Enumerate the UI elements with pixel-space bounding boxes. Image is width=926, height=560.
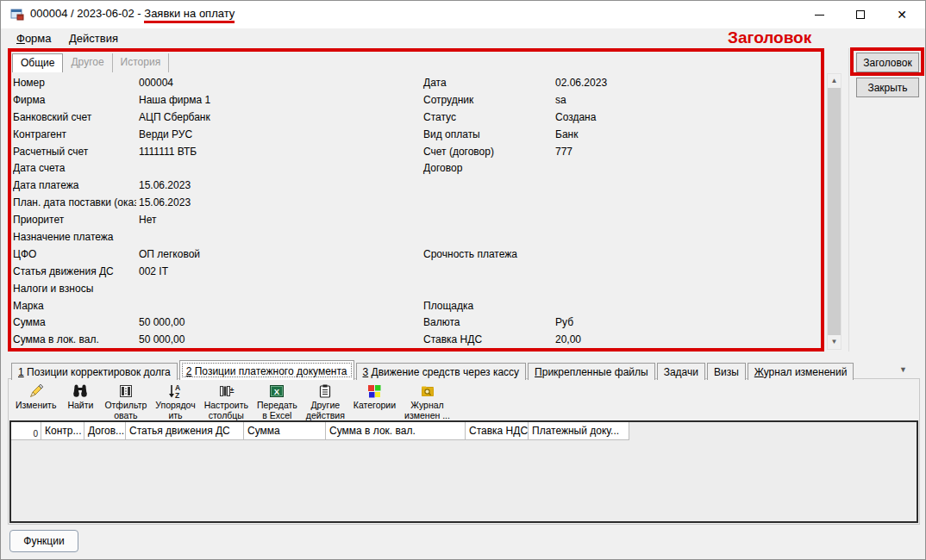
field-label: Статья движения ДС — [13, 265, 136, 277]
tab-history[interactable]: История — [113, 53, 170, 72]
field-label: Приоритет — [13, 214, 136, 226]
field-value[interactable]: Нет — [139, 214, 156, 226]
tab-change-log[interactable]: Журнал изменений — [748, 363, 854, 380]
app-window: 000004 / 2023-06-02 - Заявки на оплату ✕… — [0, 0, 926, 560]
minimize-button[interactable] — [799, 2, 839, 28]
toolbar-label: Упорядоч — [155, 401, 195, 411]
form-row: ПриоритетНет — [1, 212, 824, 229]
categories-button[interactable]: Категории — [349, 380, 400, 411]
field-label: Банковский счет — [13, 111, 136, 123]
field-label: Фирма — [13, 94, 136, 106]
scrollbar-thumb[interactable] — [828, 88, 841, 335]
tab-visas[interactable]: Визы — [707, 363, 746, 380]
field-label: Дата — [423, 77, 447, 89]
field-label: Налоги и взносы — [13, 283, 136, 295]
toolbar-label: ить — [155, 411, 195, 421]
tab-payment-positions[interactable]: 2 Позиции платежного документа — [179, 360, 354, 380]
field-value[interactable]: 20,00 — [555, 333, 581, 345]
grid-column-header[interactable]: Сумма — [244, 422, 326, 440]
field-value[interactable]: 777 — [555, 146, 572, 158]
toolbar-label: столбцы — [204, 411, 248, 421]
export-excel-button[interactable]: X Передать в Excel — [253, 380, 302, 420]
field-value[interactable]: 50 000,00 — [139, 316, 185, 328]
field-value[interactable]: Руб — [555, 316, 573, 328]
menu-actions[interactable]: Действия — [62, 28, 125, 48]
header-tabstrip: Общие Другое История — [12, 53, 169, 72]
form-row: Дата счетаДоговор — [1, 160, 824, 177]
field-value[interactable]: 50 000,00 — [139, 333, 185, 345]
grid-column-header[interactable]: Платежный доку... — [529, 422, 629, 440]
field-value[interactable]: 15.06.2023 — [139, 179, 191, 191]
edit-button[interactable]: Изменить — [11, 380, 60, 411]
field-label: Валюта — [423, 316, 460, 328]
field-value[interactable]: 15.06.2023 — [139, 196, 191, 208]
pencil-icon — [28, 383, 45, 400]
header-button[interactable]: Заголовок — [856, 53, 919, 72]
form-row: Расчетный счет1111111 ВТБСчет (договор)7… — [1, 144, 824, 161]
tab-attached-files[interactable]: Прикрепленные файлы — [528, 363, 655, 380]
grid-column-header[interactable]: Статья движения ДС — [126, 422, 244, 440]
close-form-button[interactable]: Закрыть — [856, 78, 919, 97]
field-value[interactable]: Наша фирма 1 — [139, 94, 210, 106]
field-value[interactable]: 1111111 ВТБ — [139, 146, 197, 158]
toolbar-label: в Excel — [257, 411, 297, 421]
folder-search-icon — [419, 383, 436, 400]
form-row: Дата платежа15.06.2023 — [1, 177, 824, 195]
tab-tasks[interactable]: Задачи — [657, 363, 705, 380]
tab-cash-flow[interactable]: 3 Движение средств через кассу — [356, 363, 527, 380]
field-value[interactable]: 000004 — [139, 77, 173, 89]
grid-column-header[interactable]: Контр... — [41, 422, 84, 440]
field-value[interactable]: Верди РУС — [139, 128, 192, 140]
grid-empty-body — [11, 440, 917, 521]
field-value[interactable]: Банк — [555, 128, 578, 140]
positions-grid: 0 Контр... Догов... Статья движения ДС С… — [9, 420, 918, 523]
field-label: Сотрудник — [423, 94, 473, 106]
field-label: Номер — [13, 77, 136, 89]
field-label: Счет (договор) — [423, 146, 494, 158]
app-icon — [10, 8, 24, 22]
maximize-button[interactable] — [841, 2, 880, 28]
grid-column-header[interactable]: Ставка НДС — [466, 422, 529, 440]
field-value[interactable]: 02.06.2023 — [555, 77, 607, 89]
grid-row-counter: 0 — [33, 429, 38, 439]
change-journal-button[interactable]: Журнал изменен ... — [400, 380, 454, 420]
close-button[interactable]: ✕ — [882, 2, 922, 28]
grid-row-number-header: 0 — [11, 422, 41, 440]
form-row: КонтрагентВерди РУСВид оплатыБанк — [1, 127, 824, 144]
toolbar-label: Журнал — [404, 401, 450, 411]
grid-column-header[interactable]: Догов... — [84, 422, 126, 440]
field-value[interactable]: sa — [555, 94, 566, 106]
form-row: План. дата поставки (оказани15.06.2023 — [1, 195, 824, 212]
find-button[interactable]: Найти — [60, 380, 100, 411]
svg-text:Z: Z — [175, 391, 179, 400]
tab-overflow-icon[interactable]: ▼ — [899, 365, 907, 374]
field-label: Срочность платежа — [423, 248, 517, 260]
header-form: Номер000004Дата02.06.2023 ФирмаНаша фирм… — [1, 75, 824, 349]
panel-divider — [848, 48, 849, 352]
tab-other[interactable]: Другое — [63, 53, 112, 72]
scroll-up-icon[interactable]: ▲ — [828, 74, 841, 88]
field-label: Расчетный счет — [13, 146, 136, 158]
window-title-highlight: Заявки на оплату — [144, 7, 235, 23]
field-label: Назначение платежа — [13, 231, 136, 243]
field-value[interactable]: 002 IT — [139, 265, 168, 277]
sort-button[interactable]: A Z Упорядоч ить — [151, 380, 199, 420]
detail-toolbar: Изменить Найти — [11, 380, 454, 420]
menu-form[interactable]: Форма — [9, 28, 59, 48]
field-value[interactable]: Создана — [555, 111, 596, 123]
functions-button[interactable]: Функции — [9, 530, 78, 552]
field-label: Марка — [13, 300, 136, 312]
clipboard-icon — [316, 383, 334, 400]
other-actions-button[interactable]: Другие действия — [302, 380, 349, 420]
tab-debt-corrections[interactable]: 1 Позиции корректировок долга — [11, 363, 178, 380]
vertical-scrollbar[interactable]: ▲ ▼ — [827, 73, 842, 350]
scroll-down-icon[interactable]: ▼ — [828, 335, 841, 349]
tab-general[interactable]: Общие — [12, 53, 63, 72]
annotation-header-label: Заголовок — [728, 28, 811, 47]
grid-column-header[interactable]: Сумма в лок. вал. — [326, 422, 466, 440]
field-value[interactable]: АЦП Сбербанк — [139, 111, 210, 123]
configure-columns-button[interactable]: ± Настроить столбцы — [200, 380, 253, 420]
form-row: МаркаПлощадка — [1, 298, 824, 315]
filter-button[interactable]: Отфильтр овать — [100, 380, 151, 420]
field-value[interactable]: ОП легковой — [139, 248, 200, 260]
